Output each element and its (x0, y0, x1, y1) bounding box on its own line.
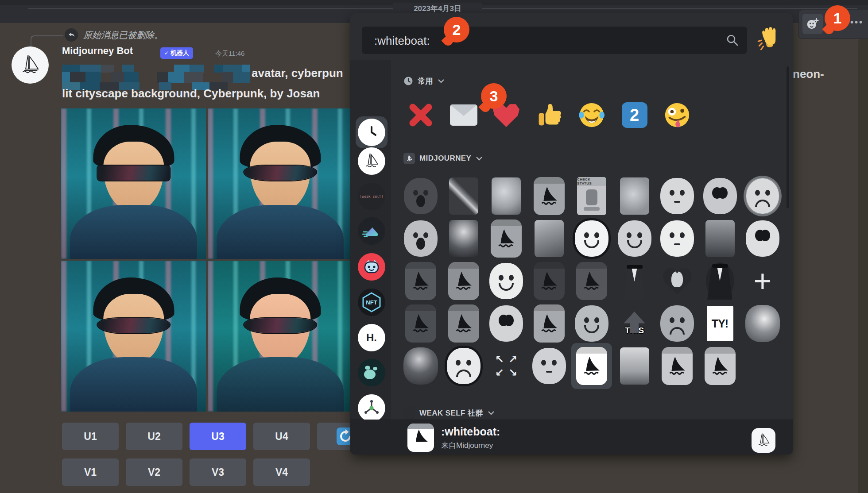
upscale-button-u4[interactable]: U4 (253, 423, 310, 450)
frequent-emoji-envelope[interactable] (442, 94, 485, 136)
custom-emoji-boat-dark-3[interactable] (399, 302, 442, 345)
custom-emoji-boat-dark[interactable] (399, 260, 442, 302)
chat-scrollbar[interactable] (858, 37, 868, 493)
add-reaction-button[interactable] (802, 14, 823, 34)
more-options-icon[interactable]: ••• (850, 17, 864, 27)
picker-category-nft-server[interactable]: NFT (358, 289, 385, 316)
search-icon (726, 34, 739, 47)
emoji-picker: [weak self]NFTH. 常用 2 MIDJOURNEY (350, 13, 793, 454)
generated-image-1[interactable] (61, 108, 206, 259)
picker-category-midjourney-server[interactable] (358, 147, 385, 175)
section-weakself-label: WEAK SELF 社群 (419, 408, 483, 418)
section-frequent[interactable]: 常用 (403, 75, 445, 87)
section-weakself[interactable]: WEAK SELF 社群 (403, 407, 495, 419)
variation-button-v4[interactable]: V4 (253, 458, 310, 486)
custom-emoji-screaming-blob[interactable] (399, 217, 442, 260)
custom-emoji-boat-darker[interactable] (528, 260, 570, 302)
custom-emoji-whiteboat-gray-2[interactable] (485, 217, 527, 260)
upscale-button-u2[interactable]: U2 (126, 423, 182, 450)
custom-emoji-dark-blob[interactable] (399, 175, 442, 217)
upscale-button-u3[interactable]: U3 (190, 423, 246, 450)
custom-emoji-laughing-mask[interactable] (613, 217, 656, 260)
frequent-emoji-thumbs-up[interactable] (528, 94, 570, 136)
reply-deleted-text[interactable]: 原始消息已被删除。 (83, 29, 163, 41)
picker-category-paw-server[interactable] (358, 359, 385, 386)
custom-emoji-galaxy[interactable] (741, 302, 784, 345)
generated-image-4[interactable] (208, 261, 353, 412)
frequent-emoji-zany[interactable] (656, 94, 698, 136)
generated-image-3[interactable] (61, 261, 206, 412)
add-reaction-icon (806, 17, 819, 31)
custom-emoji-boat-light[interactable] (656, 345, 698, 387)
emoji-search-input[interactable] (373, 27, 716, 55)
emoji-preview-thumbnail (752, 428, 775, 453)
section-frequent-label: 常用 (418, 76, 433, 86)
custom-emoji-egg-eyes[interactable] (485, 302, 527, 345)
custom-emoji-frown-face[interactable] (442, 345, 485, 387)
custom-emoji-banana-ghost[interactable] (741, 175, 784, 217)
clap-emoji[interactable] (755, 23, 784, 52)
prompt-text-line2: lit cityscape background, Cyberpunk, by … (62, 87, 320, 100)
custom-emoji-sketch-smiley[interactable] (570, 217, 613, 260)
custom-emoji-skull-heart[interactable] (656, 260, 698, 302)
custom-emoji-boat-mid[interactable] (442, 260, 485, 302)
message-author[interactable]: Midjourney Bot (62, 45, 133, 57)
custom-emoji-robot-head[interactable] (613, 345, 656, 387)
variation-button-v3[interactable]: V3 (190, 458, 246, 486)
variation-button-v2[interactable]: V2 (126, 458, 182, 486)
custom-emoji-big-eyes-blob[interactable] (699, 175, 741, 217)
custom-emoji-boat-mid-2[interactable] (442, 302, 485, 345)
custom-emoji-galaxy-dark[interactable] (399, 345, 442, 387)
custom-emoji-bear[interactable] (528, 217, 570, 260)
custom-emoji-cat-paw[interactable] (656, 217, 698, 260)
custom-emoji-boat-light-2[interactable] (699, 345, 741, 387)
picker-category-molecule-server[interactable] (358, 394, 385, 422)
custom-emoji-plague-doctor-2[interactable] (699, 260, 741, 302)
custom-emoji-rock-face[interactable] (656, 302, 698, 345)
section-midjourney[interactable]: MIDJOURNEY (403, 153, 483, 164)
prompt-text-fragment: neon- (793, 67, 824, 81)
emoji-preview-bar: :whiteboat: 来自Midjourney (350, 420, 793, 454)
custom-emoji-boat-dark-2[interactable] (570, 260, 613, 302)
upscale-button-u1[interactable]: U1 (62, 423, 119, 450)
whiteboat-emoji-preview (407, 424, 434, 452)
generated-image-2[interactable] (208, 108, 353, 259)
emoji-search-bar (362, 27, 747, 54)
custom-emoji-octopus-face[interactable] (656, 175, 698, 217)
variation-button-v1[interactable]: V1 (62, 458, 119, 486)
custom-emoji-muscle-man[interactable] (699, 217, 741, 260)
bot-badge: ✓ 机器人 (160, 47, 193, 59)
picker-category-recent[interactable] (358, 119, 385, 146)
custom-emoji-cookie-blob[interactable] (741, 217, 784, 260)
picker-category-cat-server[interactable] (358, 253, 385, 281)
custom-emoji-dog-2[interactable] (613, 175, 656, 217)
custom-emoji-plus[interactable]: + (741, 260, 784, 302)
clock-icon (403, 76, 413, 86)
custom-emoji-plague-doctor[interactable] (613, 260, 656, 302)
frequent-emoji-cross[interactable] (399, 94, 442, 136)
midjourney-avatar[interactable] (12, 46, 49, 84)
custom-emoji-ghost-blob[interactable] (570, 302, 613, 345)
frequent-emoji-joy[interactable] (570, 94, 613, 136)
custom-emoji-whiteboat[interactable] (570, 345, 613, 387)
custom-emoji-ty[interactable]: TY! (699, 302, 741, 345)
picker-category-weak-self-server[interactable]: [weak self] (358, 183, 385, 210)
custom-emoji-portrait[interactable] (442, 217, 485, 260)
custom-emoji-check-status-bot[interactable]: CHECK STATUS (570, 175, 613, 217)
custom-emoji-expand-arrows[interactable]: ↖↗↙↘ (485, 345, 527, 387)
custom-emoji-this-arrow[interactable]: THIS (613, 302, 656, 345)
custom-emoji-moon-face[interactable] (528, 345, 570, 387)
picker-scrollbar[interactable] (787, 66, 789, 208)
picker-category-h-dot-server[interactable]: H. (358, 324, 385, 351)
picker-category-shoe-server[interactable] (358, 217, 385, 245)
custom-emoji-dog[interactable] (485, 175, 527, 217)
custom-emoji-sword[interactable] (442, 175, 485, 217)
custom-emoji-boat-mid-3[interactable] (528, 302, 570, 345)
emoji-preview-name: :whiteboat: (441, 425, 500, 438)
discord-app: 2023年4月3日 原始消息已被删除。 Midjourney Bot ✓ 机器人… (0, 0, 868, 493)
annotation-badge-2: 2 (444, 17, 469, 42)
frequent-emoji-keycap-2[interactable]: 2 (613, 94, 656, 136)
custom-emoji-white-blob[interactable] (485, 260, 527, 302)
custom-emoji-whiteboat-gray[interactable] (528, 175, 570, 217)
svg-text:NFT: NFT (366, 299, 377, 306)
